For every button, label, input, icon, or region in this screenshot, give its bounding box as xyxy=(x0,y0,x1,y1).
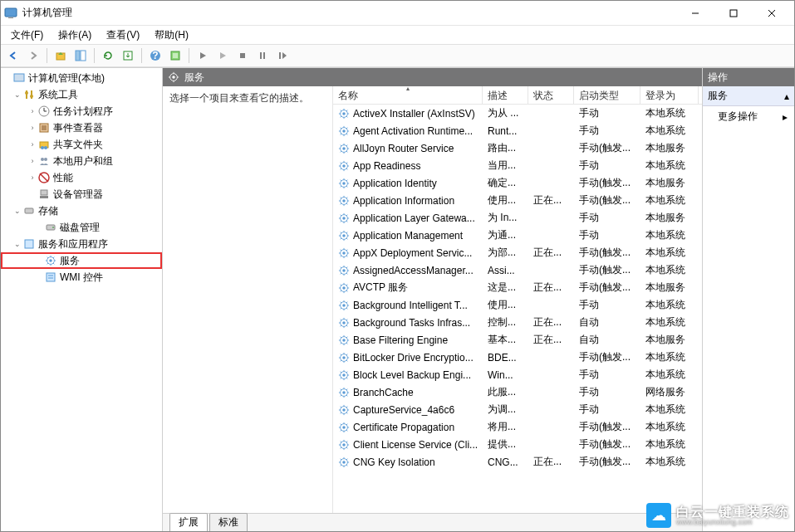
column-description[interactable]: 描述 xyxy=(483,86,528,104)
pause-button[interactable] xyxy=(253,46,272,65)
svg-point-163 xyxy=(342,286,346,290)
actions-more[interactable]: 更多操作▸ xyxy=(703,106,794,127)
svg-line-221 xyxy=(341,378,341,378)
service-row[interactable]: Application Identity确定...手动(触发...本地服务 xyxy=(333,174,702,192)
service-row[interactable]: Background Tasks Infras...控制...正在...自动本地… xyxy=(333,314,702,331)
svg-line-110 xyxy=(346,179,347,180)
menu-action[interactable]: 操作(A) xyxy=(52,27,98,44)
service-row[interactable]: CNG Key IsolationCNG...正在...手动(触发...本地系统 xyxy=(333,453,702,471)
actions-section-services[interactable]: 服务▴ xyxy=(703,86,794,106)
service-status: 正在... xyxy=(528,315,574,329)
service-row[interactable]: Base Filtering Engine基本...正在...自动本地服务 xyxy=(333,331,702,349)
tab-standard[interactable]: 标准 xyxy=(209,513,248,531)
service-row[interactable]: App Readiness当用...手动本地系统 xyxy=(333,157,702,174)
svg-point-143 xyxy=(342,251,346,255)
service-desc: CNG... xyxy=(483,456,528,468)
service-row[interactable]: BitLocker Drive Encryptio...BDE...手动(触发.… xyxy=(333,349,702,366)
service-row[interactable]: AVCTP 服务这是...正在...手动(触发...本地服务 xyxy=(333,279,702,296)
svg-line-271 xyxy=(341,465,341,466)
tree-item[interactable]: ›任务计划程序 xyxy=(1,103,162,120)
column-status[interactable]: 状态 xyxy=(528,86,574,104)
svg-line-71 xyxy=(341,116,341,117)
tree-item[interactable]: ›性能 xyxy=(1,169,162,186)
navigation-tree[interactable]: 计算机管理(本地) ⌄系统工具 ›任务计划程序›事件查看器›共享文件夹›本地用户… xyxy=(1,68,163,531)
service-start: 自动 xyxy=(574,315,640,329)
service-name: Certificate Propagation xyxy=(353,422,454,433)
service-desc: 路由... xyxy=(483,141,528,155)
tree-item-icon xyxy=(44,254,57,267)
pause-service-button[interactable] xyxy=(213,46,232,65)
svg-line-170 xyxy=(346,284,347,285)
maximize-button[interactable] xyxy=(714,1,753,26)
service-row[interactable]: Client License Service (Cli...提供...手动(触发… xyxy=(333,436,702,453)
service-desc: Runt... xyxy=(483,125,528,137)
svg-line-241 xyxy=(341,412,341,413)
help-button[interactable]: ? xyxy=(146,46,164,65)
tree-item[interactable]: 设备管理器 xyxy=(1,186,162,203)
service-row[interactable]: ActiveX Installer (AxInstSV)为从 ...手动本地系统 xyxy=(333,105,702,122)
service-row[interactable]: Application Management为通...手动本地系统 xyxy=(333,227,702,244)
tree-item[interactable]: ›事件查看器 xyxy=(1,120,162,136)
service-desc: 为从 ... xyxy=(483,106,528,120)
tree-services-apps[interactable]: ⌄服务和应用程序 xyxy=(1,236,162,252)
service-gear-icon xyxy=(338,212,350,224)
svg-rect-0 xyxy=(5,8,17,17)
services-list[interactable]: 名称 描述 状态 启动类型 登录为 ActiveX Installer (AxI… xyxy=(333,86,702,513)
nav-back-button[interactable] xyxy=(4,46,22,65)
svg-line-120 xyxy=(346,197,347,198)
svg-line-200 xyxy=(346,336,347,337)
svg-line-249 xyxy=(346,430,347,431)
menu-file[interactable]: 文件(F) xyxy=(4,27,50,44)
nav-forward-button[interactable] xyxy=(24,46,42,65)
properties-button[interactable] xyxy=(166,46,184,65)
service-row[interactable]: Application Layer Gatewa...为 In...手动本地服务 xyxy=(333,209,702,227)
column-logon-as[interactable]: 登录为 xyxy=(640,86,699,104)
service-logon: 本地系统 xyxy=(640,263,699,277)
stop-service-button[interactable] xyxy=(233,46,252,65)
svg-rect-53 xyxy=(47,273,55,281)
service-row[interactable]: AssignedAccessManager...Assi...手动(触发...本… xyxy=(333,261,702,279)
menu-help[interactable]: 帮助(H) xyxy=(148,27,195,44)
service-logon: 本地系统 xyxy=(640,246,699,260)
service-row[interactable]: Background Intelligent T...使用...手动本地系统 xyxy=(333,296,702,314)
tree-root[interactable]: 计算机管理(本地) xyxy=(1,70,162,86)
tree-item[interactable]: ›共享文件夹 xyxy=(1,136,162,153)
svg-rect-3 xyxy=(730,10,737,17)
panel-header: 服务 xyxy=(163,68,702,86)
tree-system-tools[interactable]: ⌄系统工具 xyxy=(1,86,162,103)
service-row[interactable]: Application Information使用...正在...手动(触发..… xyxy=(333,192,702,209)
service-row[interactable]: Agent Activation Runtime...Runt...手动本地系统 xyxy=(333,122,702,139)
up-button[interactable] xyxy=(52,46,70,65)
menu-view[interactable]: 查看(V) xyxy=(100,27,146,44)
svg-point-21 xyxy=(25,91,28,95)
svg-line-49 xyxy=(47,257,48,258)
export-button[interactable] xyxy=(119,46,137,65)
svg-point-57 xyxy=(172,76,175,79)
service-row[interactable]: CaptureService_4a6c6为调...手动本地系统 xyxy=(333,401,702,418)
svg-point-113 xyxy=(342,199,346,203)
tree-storage[interactable]: ⌄存储 xyxy=(1,203,162,219)
refresh-button[interactable] xyxy=(99,46,117,65)
column-startup-type[interactable]: 启动类型 xyxy=(574,86,640,104)
service-row[interactable]: AppX Deployment Servic...为部...正在...手动(触发… xyxy=(333,244,702,261)
tree-item[interactable]: ›本地用户和组 xyxy=(1,153,162,169)
restart-service-button[interactable] xyxy=(273,46,292,65)
start-service-button[interactable] xyxy=(194,46,212,65)
column-name[interactable]: 名称 xyxy=(333,86,483,104)
service-row[interactable]: Certificate Propagation将用...手动(触发...本地系统 xyxy=(333,418,702,436)
service-row[interactable]: Block Level Backup Engi...Win...手动本地系统 xyxy=(333,366,702,383)
tree-item[interactable]: WMI 控件 xyxy=(1,269,162,286)
close-button[interactable] xyxy=(753,1,791,26)
tree-item[interactable]: 磁盘管理 xyxy=(1,219,162,236)
svg-line-149 xyxy=(346,256,347,256)
minimize-button[interactable] xyxy=(676,1,714,26)
show-hide-tree-button[interactable] xyxy=(71,46,90,65)
service-logon: 本地服务 xyxy=(640,333,699,347)
app-icon xyxy=(4,7,17,20)
service-name: Background Intelligent T... xyxy=(353,300,468,311)
tab-extended[interactable]: 扩展 xyxy=(169,513,208,531)
service-name: ActiveX Installer (AxInstSV) xyxy=(353,108,475,120)
service-row[interactable]: BranchCache此服...手动网络服务 xyxy=(333,383,702,401)
tree-item[interactable]: 服务 xyxy=(1,252,162,269)
service-row[interactable]: AllJoyn Router Service路由...手动(触发...本地服务 xyxy=(333,139,702,157)
